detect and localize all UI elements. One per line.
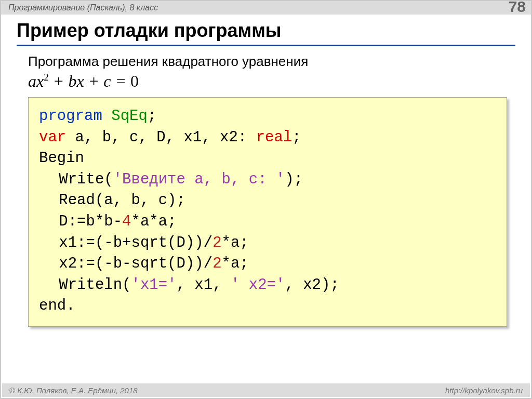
eq-a: ax: [28, 72, 44, 90]
x1-pre: x1:=(-b+sqrt(D))/: [59, 234, 212, 251]
mid1: , x1,: [177, 276, 231, 294]
eq-sup: 2: [44, 72, 49, 83]
content-area: Пример отладки программы Программа решен…: [1, 15, 531, 327]
slide-title: Пример отладки программы: [17, 20, 515, 46]
header-left: Программирование (Паскаль), 8 класс: [8, 3, 158, 12]
x1-two: 2: [212, 234, 221, 251]
equation: ax2 + bx + c = 0: [28, 72, 515, 91]
kw-real: real: [256, 129, 292, 146]
page-number: 78: [509, 0, 526, 16]
kw-end: end.: [39, 297, 75, 314]
code-writeln: Writeln(: [59, 276, 131, 294]
slide-subtitle: Программа решения квадратного уравнения: [28, 54, 515, 70]
eq-rhs: 0: [130, 72, 139, 90]
x2-pre: x2:=(-b-sqrt(D))/: [59, 255, 212, 272]
kw-program: program: [39, 108, 102, 125]
d-post: *a*a;: [131, 213, 177, 230]
str-prompt: 'Введите a, b, c: ': [113, 171, 285, 188]
eq-mid: + bx + c =: [49, 72, 130, 90]
prog-name: SqEq: [111, 108, 148, 125]
x2-post: *a;: [222, 255, 249, 272]
d-four: 4: [122, 213, 131, 230]
kw-var: var: [39, 129, 66, 146]
footer-right: http://kpolyakov.spb.ru: [445, 386, 523, 395]
code-write: Write(: [59, 171, 113, 188]
slide: Программирование (Паскаль), 8 класс 78 П…: [0, 0, 532, 399]
kw-begin: Begin: [39, 150, 84, 167]
str-x1: 'x1=': [131, 276, 177, 294]
x2-two: 2: [212, 255, 221, 272]
var-list: a, b, c, D, x1, x2:: [66, 129, 256, 146]
code-read: Read(a, b, c);: [59, 192, 185, 209]
str-x2: ' x2=': [231, 276, 285, 294]
x1-post: *a;: [222, 234, 249, 251]
d-pre: D:=b*b-: [59, 213, 122, 230]
footer-bar: © К.Ю. Поляков, Е.А. Ерёмин, 2018 http:/…: [2, 383, 530, 397]
header-bar: Программирование (Паскаль), 8 класс 78: [1, 1, 531, 15]
code-box: program SqEq; var a, b, c, D, x1, x2: re…: [28, 97, 507, 327]
mid2: , x2);: [285, 276, 339, 294]
footer-left: © К.Ю. Поляков, Е.А. Ерёмин, 2018: [9, 386, 138, 395]
